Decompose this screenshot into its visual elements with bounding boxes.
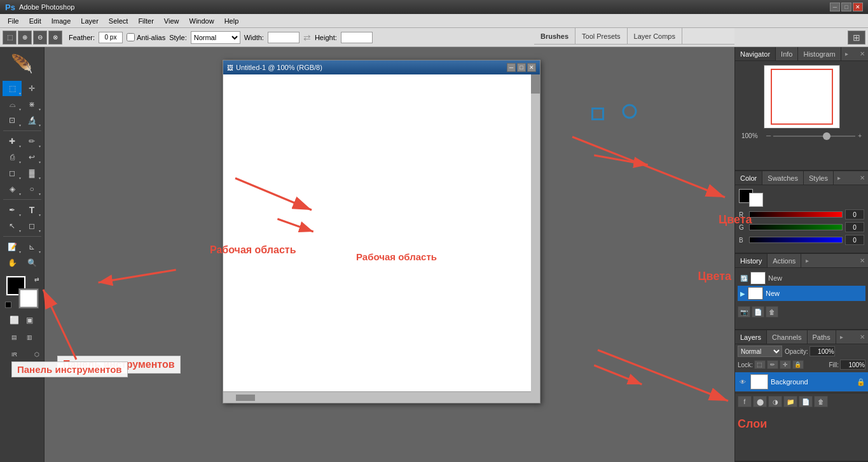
- layers-close[interactable]: ✕: [857, 332, 868, 343]
- refine-edge-btn[interactable]: ⊞: [848, 31, 865, 45]
- menu-view[interactable]: View: [159, 16, 184, 26]
- default-colors-icon[interactable]: [5, 302, 11, 308]
- b-slider[interactable]: [749, 237, 843, 243]
- color-close[interactable]: ✕: [857, 172, 868, 184]
- b-value-input[interactable]: [845, 235, 864, 245]
- anti-alias-checkbox[interactable]: [127, 33, 135, 41]
- doc-minimize-btn[interactable]: ─: [507, 63, 516, 72]
- tab-actions[interactable]: Actions: [768, 254, 801, 267]
- tab-swatches[interactable]: Swatches: [762, 171, 804, 185]
- style-select[interactable]: Normal Fixed Ratio Fixed Size: [191, 31, 240, 44]
- height-input[interactable]: [341, 32, 373, 43]
- add-selection-btn[interactable]: ⊕: [18, 31, 32, 45]
- layer-background[interactable]: 👁 Background 🔒: [735, 372, 868, 391]
- history-new-snapshot-btn[interactable]: 📷: [738, 306, 750, 318]
- tab-info[interactable]: Info: [776, 47, 798, 60]
- tool-blur[interactable]: ◈▾: [3, 181, 22, 197]
- tab-navigator[interactable]: Navigator: [735, 47, 776, 60]
- navigator-expand[interactable]: ▸: [841, 48, 853, 60]
- tool-brush[interactable]: ✏▾: [22, 134, 41, 149]
- tool-eyedropper[interactable]: 🔬▾: [22, 113, 41, 128]
- tab-layers[interactable]: Layers: [735, 330, 767, 344]
- tool-crop[interactable]: ⊡▾: [3, 113, 22, 128]
- layer-group-btn[interactable]: 📁: [783, 396, 797, 407]
- menu-filter[interactable]: Filter: [133, 16, 158, 26]
- tool-eraser[interactable]: ◻▾: [3, 165, 22, 181]
- g-slider[interactable]: [749, 224, 843, 230]
- tool-dodge[interactable]: ○▾: [22, 181, 41, 197]
- menu-layer[interactable]: Layer: [76, 16, 104, 26]
- tab-brushes[interactable]: Brushes: [534, 28, 575, 44]
- layer-visibility-eye[interactable]: 👁: [738, 377, 748, 387]
- swap-colors-icon[interactable]: ⇄: [34, 276, 39, 283]
- color-expand[interactable]: ▸: [834, 172, 845, 184]
- tool-history-brush[interactable]: ↩▾: [22, 150, 41, 165]
- doc-maximize-btn[interactable]: □: [517, 63, 526, 72]
- menu-help[interactable]: Help: [219, 16, 244, 26]
- tool-magic-wand[interactable]: ⋇▾: [22, 97, 41, 112]
- tab-color[interactable]: Color: [735, 171, 762, 185]
- minimize-button[interactable]: ─: [830, 3, 840, 11]
- zoom-in-icon[interactable]: +: [858, 132, 862, 139]
- opacity-input[interactable]: [809, 346, 835, 356]
- layer-mask-btn[interactable]: ⬤: [753, 396, 767, 407]
- tab-channels[interactable]: Channels: [767, 330, 807, 344]
- subtract-selection-btn[interactable]: ⊖: [33, 31, 47, 45]
- lock-transparent-btn[interactable]: ⬚: [754, 360, 766, 369]
- doc-scrollbar-vertical[interactable]: [531, 74, 540, 391]
- tab-layer-comps[interactable]: Layer Comps: [628, 28, 682, 44]
- screen-mode-standard[interactable]: ⬜: [8, 312, 22, 328]
- menu-file[interactable]: File: [3, 16, 24, 26]
- jump-to-imageready[interactable]: IR: [1, 347, 29, 362]
- tool-lasso[interactable]: ⌓▾: [3, 97, 22, 112]
- background-color[interactable]: [19, 289, 38, 308]
- menu-image[interactable]: Image: [46, 16, 76, 26]
- history-new-doc-btn[interactable]: 📄: [752, 306, 764, 318]
- history-expand[interactable]: ▸: [801, 255, 813, 267]
- tab-paths[interactable]: Paths: [808, 330, 836, 344]
- menu-select[interactable]: Select: [104, 16, 134, 26]
- zoom-out-icon[interactable]: ─: [766, 132, 771, 139]
- doc-scrollbar-horizontal[interactable]: [223, 391, 531, 403]
- g-value-input[interactable]: [845, 222, 864, 232]
- screen-mode-2[interactable]: ▥: [23, 330, 37, 345]
- lock-pixels-btn[interactable]: ✏: [767, 360, 778, 369]
- close-button[interactable]: ✕: [853, 3, 863, 11]
- feather-input[interactable]: [99, 32, 123, 43]
- tool-healing[interactable]: ✚▾: [3, 134, 22, 149]
- tool-pen[interactable]: ✒▾: [3, 202, 22, 218]
- history-close[interactable]: ✕: [857, 255, 868, 267]
- tab-tool-presets[interactable]: Tool Presets: [575, 28, 628, 44]
- tool-stamp[interactable]: ⎙▾: [3, 150, 22, 165]
- nav-zoom-slider[interactable]: [773, 136, 855, 137]
- history-item-0[interactable]: 🔃 New: [738, 270, 865, 286]
- layer-delete-btn[interactable]: 🗑: [814, 396, 828, 407]
- tool-type[interactable]: T▾: [22, 202, 41, 218]
- layers-expand[interactable]: ▸: [836, 332, 848, 343]
- navigator-close[interactable]: ✕: [857, 48, 868, 60]
- blend-mode-select[interactable]: Normal Dissolve Multiply: [738, 346, 782, 357]
- history-item-1[interactable]: ▶ New: [738, 286, 865, 301]
- maximize-button[interactable]: □: [841, 3, 851, 11]
- tool-notes[interactable]: 📝▾: [3, 239, 22, 255]
- new-selection-btn[interactable]: ⬚: [3, 31, 17, 45]
- tab-styles[interactable]: Styles: [804, 171, 834, 185]
- tool-marquee-rect[interactable]: ⬚▾: [3, 81, 22, 96]
- color-background-swatch[interactable]: [749, 193, 763, 207]
- layer-style-btn[interactable]: f: [738, 396, 752, 407]
- extra-tool[interactable]: ⬡: [30, 347, 44, 362]
- width-input[interactable]: [268, 32, 300, 43]
- intersect-selection-btn[interactable]: ⊗: [48, 31, 62, 45]
- tool-move[interactable]: ✛: [22, 81, 41, 96]
- tool-hand[interactable]: ✋: [3, 255, 22, 270]
- menu-edit[interactable]: Edit: [24, 16, 46, 26]
- r-value-input[interactable]: [845, 209, 864, 220]
- screen-mode-full-menu[interactable]: ▣: [23, 312, 37, 328]
- layer-adjustment-btn[interactable]: ◑: [768, 396, 782, 407]
- doc-close-btn[interactable]: ✕: [527, 63, 536, 72]
- tab-histogram[interactable]: Histogram: [798, 47, 841, 60]
- tool-measure[interactable]: ⊾▾: [22, 239, 41, 255]
- tool-zoom[interactable]: 🔍: [22, 255, 41, 270]
- tool-gradient[interactable]: ▓▾: [22, 165, 41, 181]
- lock-all-btn[interactable]: 🔒: [792, 360, 804, 369]
